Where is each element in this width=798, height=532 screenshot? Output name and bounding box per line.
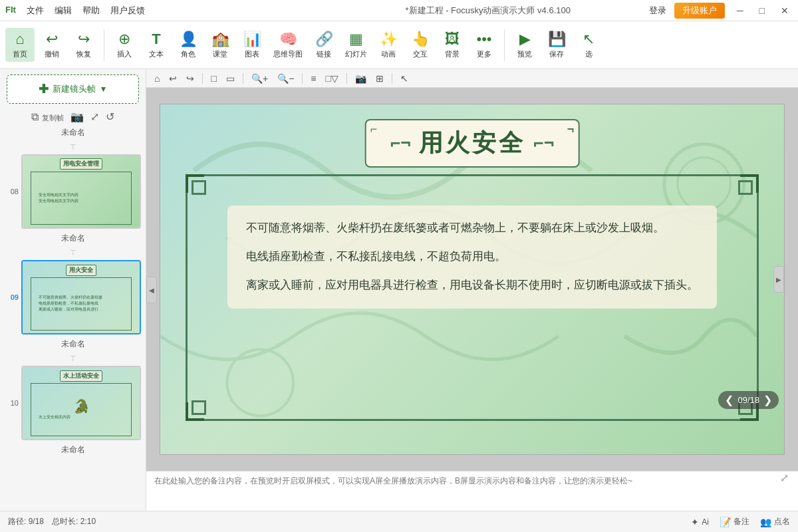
camera-icon: 📷: [70, 111, 84, 122]
toolbar-insert[interactable]: ⊕ 插入: [110, 28, 139, 62]
toolbar-role[interactable]: 👤 角色: [174, 28, 203, 62]
content-para-1: 不可随意将烟蒂、火柴杆扔在废纸篓或者可燃杂物上，不要躺在床上或沙发上吸烟。: [246, 219, 698, 238]
ctb-forward-button[interactable]: ↪: [184, 72, 197, 85]
interact-icon: 👆: [412, 31, 430, 48]
expand-panel-button[interactable]: ▶: [773, 266, 784, 293]
separator-icon-3: ⊤: [70, 354, 76, 363]
slide-item-10[interactable]: 10 水上活动安全 🐊 水上安全相关内容: [21, 366, 139, 440]
ornament-tr: [738, 180, 753, 195]
ctb-grid-button[interactable]: ⊞: [373, 72, 386, 85]
notes-expand-button[interactable]: ⤢: [780, 471, 789, 484]
menu-feedback[interactable]: 用户反馈: [110, 5, 145, 17]
slide-thumb-08[interactable]: 用电安全管理 安全用电相关文字内容 安全用电相关文字内容: [21, 154, 141, 229]
menu-edit[interactable]: 编辑: [55, 5, 72, 17]
notes-button[interactable]: 📝 备注: [720, 516, 749, 527]
next-page-button[interactable]: ❯: [763, 394, 772, 406]
interact-label: 交互: [413, 49, 428, 59]
select-icon: ↖: [583, 31, 595, 48]
more-label: 更多: [477, 49, 491, 59]
ctb-align-button[interactable]: ≡: [308, 72, 319, 85]
toolbar-redo[interactable]: ↪ 恢复: [69, 28, 98, 62]
ctb-home-button[interactable]: ⌂: [152, 72, 162, 85]
title-corner-tr: ¬: [567, 123, 575, 135]
undo-icon: ↩: [46, 31, 58, 48]
slide-label: 幻灯片: [345, 49, 367, 59]
notes-textarea[interactable]: [154, 475, 790, 507]
more-icon: •••: [476, 31, 491, 48]
classroom-label: 课堂: [213, 49, 227, 59]
login-button[interactable]: 登录: [649, 5, 666, 17]
toolbar-interact[interactable]: 👆 交互: [406, 28, 435, 62]
undo-label: 撤销: [45, 49, 59, 59]
redo-label: 恢复: [76, 49, 91, 59]
ornament-tl: [192, 180, 206, 195]
canvas-wrapper[interactable]: ⌐ ¬ ⌐¬ 用火安全 ⌐¬: [146, 88, 798, 471]
canvas-toolbar: ⌂ ↩ ↪ □ ▭ 🔍+ 🔍− ≡ □▽ 📷 ⊞ ↖: [146, 69, 798, 88]
chevron-down-icon: ▼: [100, 84, 108, 94]
points-button[interactable]: 👥 点名: [760, 516, 790, 527]
slide-title-banner: ⌐ ¬ ⌐¬ 用火安全 ⌐¬: [365, 119, 580, 168]
copy-frame-button[interactable]: ⧉ 复制帧: [31, 111, 63, 123]
plus-icon: ✚: [39, 82, 49, 96]
canvas-area: ⌂ ↩ ↪ □ ▭ 🔍+ 🔍− ≡ □▽ 📷 ⊞ ↖: [146, 69, 798, 511]
maximize-button[interactable]: □: [755, 4, 769, 17]
ctb-pointer-button[interactable]: ↖: [398, 72, 411, 85]
toolbar-home[interactable]: ⌂ 首页: [5, 28, 35, 62]
toolbar-more[interactable]: ••• 更多: [469, 28, 499, 62]
toolbar-animation[interactable]: ✨ 动画: [374, 28, 403, 62]
slide-title-text: 用火安全: [419, 127, 525, 160]
duration-info: 总时长: 2:10: [52, 516, 96, 527]
animation-label: 动画: [381, 49, 396, 59]
page-navigation: ❮ 09/18 ❯: [718, 391, 779, 409]
toolbar-bg[interactable]: 🖼 背景: [438, 28, 467, 62]
toolbar-save[interactable]: 💾 保存: [542, 28, 571, 62]
save-label: 保存: [549, 49, 564, 59]
title-corner-tl: ⌐: [370, 123, 378, 135]
new-frame-button[interactable]: ✚ 新建镜头帧 ▼: [7, 74, 139, 104]
toolbar-preview[interactable]: ▶ 预览: [510, 28, 539, 62]
home-label: 首页: [13, 49, 27, 59]
slide-thumb-10[interactable]: 水上活动安全 🐊 水上安全相关内容: [21, 366, 141, 440]
close-button[interactable]: ✕: [777, 4, 793, 17]
rotate-icon: ↺: [106, 111, 114, 122]
camera-button[interactable]: 📷: [70, 110, 84, 123]
toolbar-slide[interactable]: ▦ 幻灯片: [341, 28, 371, 62]
slide-icon: ▦: [349, 31, 363, 48]
ctb-sep-4: [346, 73, 347, 84]
prev-page-button[interactable]: ❮: [725, 394, 733, 406]
notes-label: 备注: [733, 516, 749, 527]
insert-label: 插入: [117, 49, 132, 59]
ctb-back-button[interactable]: ↩: [166, 72, 180, 85]
ctb-group-button[interactable]: □▽: [323, 72, 340, 85]
toolbar-text[interactable]: T 文本: [142, 28, 171, 62]
slide-name-09: 未命名: [0, 337, 146, 354]
menu-file[interactable]: 文件: [27, 5, 44, 17]
toolbar-select[interactable]: ↖ 选: [574, 28, 603, 62]
toolbar-mindmap[interactable]: 🧠 思维导图: [269, 28, 307, 62]
slide-item-08[interactable]: 08 用电安全管理 安全用电相关文字内容 安全用电相关文字内容: [21, 154, 139, 229]
toolbar-undo[interactable]: ↩ 撤销: [37, 28, 66, 62]
slide-thumb-09[interactable]: 用火安全 不可随意将烟蒂、火柴杆扔在废纸篓 电线插座勤检查，不私接乱接电线 离家…: [21, 260, 141, 334]
ctb-screenshot-button[interactable]: 📷: [352, 72, 369, 85]
copy-icon: ⧉: [31, 111, 39, 122]
collapse-panel-button[interactable]: ◀: [146, 277, 157, 303]
ai-button[interactable]: ✦ Ai: [691, 517, 709, 527]
ctb-rect2-button[interactable]: ▭: [223, 72, 237, 85]
toolbar-classroom[interactable]: 🏫 课堂: [205, 28, 235, 62]
rotate-button[interactable]: ↺: [106, 110, 114, 123]
ctb-zoomin-button[interactable]: 🔍+: [249, 72, 271, 85]
ctb-sep-3: [302, 73, 303, 84]
points-icon: 👥: [760, 517, 771, 527]
slide-item-09[interactable]: 09 用火安全 不可随意将烟蒂、火柴杆扔在废纸篓 电线插座勤检查，不私接乱接电线…: [21, 260, 139, 334]
ai-label: Ai: [702, 517, 709, 527]
menu-help[interactable]: 帮助: [82, 5, 100, 17]
ctb-rect-button[interactable]: □: [208, 72, 219, 85]
ctb-zoomout-button[interactable]: 🔍−: [275, 72, 297, 85]
slide-name-08: 未命名: [0, 231, 146, 248]
minimize-button[interactable]: ─: [733, 4, 747, 17]
toolbar-link[interactable]: 🔗 链接: [309, 28, 338, 62]
upgrade-button[interactable]: 升级账户: [674, 3, 725, 19]
fullscreen-button[interactable]: ⤢: [90, 110, 99, 123]
toolbar-chart[interactable]: 📊 图表: [237, 28, 267, 62]
separator-icon-2: ⊤: [70, 249, 76, 257]
